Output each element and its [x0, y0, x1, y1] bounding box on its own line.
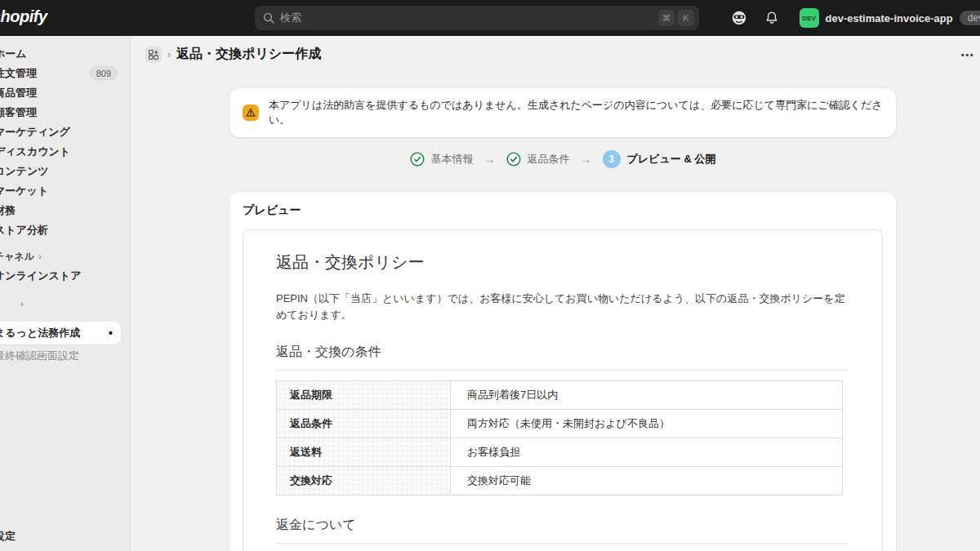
sidebar-item-app-legal-builder[interactable]: まるっと法務作成 •: [0, 322, 121, 344]
row-label: 返品条件: [277, 410, 451, 438]
warning-icon: [243, 104, 259, 121]
check-circle-icon: [506, 152, 521, 167]
policy-title: 返品・交換ポリシー: [276, 251, 849, 273]
sidebar-item-orders[interactable]: 注文管理809: [0, 64, 130, 83]
step-preview-publish: 3 プレビュー & 公開: [603, 150, 716, 168]
banner-text: 本アプリは法的助言を提供するものではありません。生成されたページの内容については…: [269, 98, 883, 127]
sidebar-item-home[interactable]: ホーム: [0, 44, 130, 64]
notifications-bell-icon[interactable]: [759, 5, 785, 31]
step-return-conditions: 返品条件: [506, 152, 570, 167]
sidebar-item-content[interactable]: コンテンツ: [0, 162, 130, 181]
legal-disclaimer-banner: 本アプリは法的助言を提供するものではありません。生成されたページの内容については…: [229, 88, 896, 137]
step-label: 返品条件: [528, 152, 570, 167]
policy-intro: PEPIN（以下「当店」といいます）では、お客様に安心してお買い物いただけるよう…: [276, 291, 849, 322]
step-number-badge: 3: [603, 150, 621, 168]
sidebar-item-markets[interactable]: マーケット: [0, 181, 130, 201]
row-value: 商品到着後7日以内: [451, 381, 843, 410]
cmd-key-badge: ⌘: [658, 10, 675, 26]
sidebar-item-customers[interactable]: 顧客管理: [0, 103, 130, 122]
sidebar-item-finance[interactable]: 財務: [0, 201, 130, 220]
sidebar-item-settings[interactable]: 設定: [0, 527, 16, 546]
main-content: › 返品・交換ポリシー作成 ⋯ 本アプリは法的助言を提供するものではありません。…: [131, 36, 980, 551]
table-row: 交換対応交換対応可能: [277, 467, 843, 495]
topbar: shopify 検索 ⌘ K DEV dev-estimate-invoice-…: [0, 0, 980, 36]
shopify-logo: shopify: [0, 7, 47, 26]
orders-count-badge: 809: [90, 66, 118, 80]
preview-card-title: プレビュー: [243, 202, 883, 218]
step-label: 基本情報: [431, 152, 474, 167]
k-key-badge: K: [678, 10, 694, 26]
policy-document-preview: 返品・交換ポリシー PEPIN（以下「当店」といいます）では、お客様に安心してお…: [243, 229, 883, 551]
table-row: 返送料お客様負担: [277, 438, 843, 467]
sidebar-item-final-confirm-settings[interactable]: 最終確認画面設定: [0, 346, 130, 366]
store-name[interactable]: dev-estimate-invoice-app: [826, 12, 953, 24]
row-label: 返品期限: [277, 381, 451, 410]
table-row: 返品期限商品到着後7日以内: [277, 381, 843, 410]
row-value: 交換対応可能: [451, 467, 843, 495]
env-dev-badge: dev: [960, 11, 980, 25]
breadcrumb: › 返品・交換ポリシー作成: [145, 46, 321, 63]
step-basic-info: 基本情報: [410, 152, 474, 167]
sidebar-item-online-store[interactable]: オンラインストア: [0, 266, 130, 286]
table-row: 返品条件両方対応（未使用・未開封および不良品）: [277, 410, 843, 438]
app-icon[interactable]: [145, 47, 162, 63]
sidebar-section-channels[interactable]: チャネル›: [0, 247, 130, 266]
sidebar-item-products[interactable]: 商品管理: [0, 83, 130, 103]
chevron-right-icon: ›: [20, 299, 24, 309]
preview-card: プレビュー 返品・交換ポリシー PEPIN（以下「当店」といいます）では、お客様…: [229, 192, 896, 551]
search-placeholder: 検索: [280, 11, 655, 25]
store-avatar[interactable]: DEV: [800, 8, 819, 28]
row-value: お客様負担: [451, 438, 843, 467]
sidebar-item-discounts[interactable]: ディスカウント: [0, 142, 130, 162]
step-label: プレビュー & 公開: [627, 152, 716, 167]
overflow-menu-button[interactable]: ⋯: [960, 47, 975, 63]
section-heading-conditions: 返品・交換の条件: [276, 344, 849, 371]
page-title: 返品・交換ポリシー作成: [176, 46, 321, 63]
sidebar-item-marketing[interactable]: マーケティング: [0, 122, 130, 142]
check-circle-icon: [410, 152, 425, 167]
secret-shopper-icon[interactable]: [726, 5, 752, 31]
sidebar-section-apps[interactable]: ›: [0, 294, 130, 313]
search-icon: [263, 12, 274, 24]
chevron-right-icon: ›: [38, 251, 42, 261]
wizard-stepper: 基本情報 → 返品条件 → 3 プレビュー & 公開: [229, 149, 896, 169]
chevron-right-icon: ›: [167, 49, 171, 60]
row-label: 返送料: [277, 438, 451, 467]
unsaved-dot: •: [109, 327, 113, 339]
sidebar-item-analytics[interactable]: ストア分析: [0, 220, 130, 240]
search-input[interactable]: 検索 ⌘ K: [255, 6, 699, 30]
row-value: 両方対応（未使用・未開封および不良品）: [451, 410, 843, 438]
arrow-right-icon: →: [581, 153, 592, 166]
conditions-table: 返品期限商品到着後7日以内 返品条件両方対応（未使用・未開封および不良品） 返送…: [276, 380, 843, 495]
arrow-right-icon: →: [484, 153, 496, 166]
sidebar: ホーム 注文管理809 商品管理 顧客管理 マーケティング ディスカウント コン…: [0, 36, 131, 551]
section-heading-refund: 返金について: [276, 517, 849, 544]
row-label: 交換対応: [277, 467, 451, 495]
